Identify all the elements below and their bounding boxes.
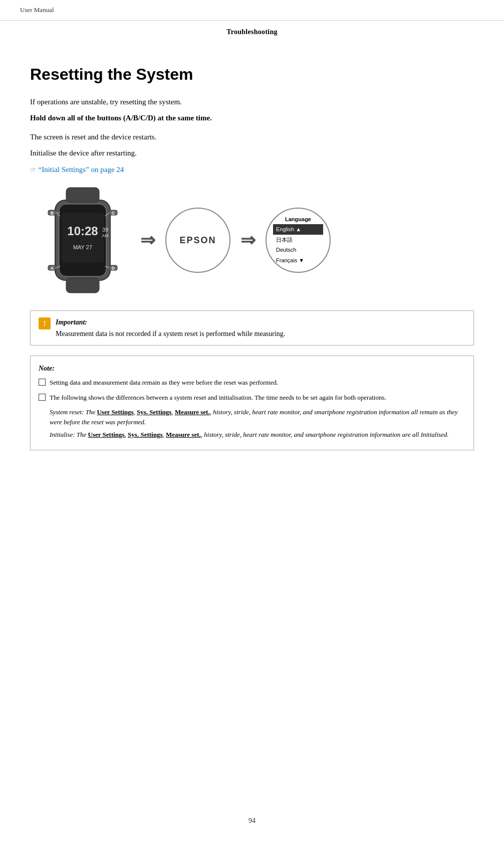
important-icon: ! — [39, 317, 51, 329]
svg-text:A: A — [51, 266, 54, 271]
note-item-2: The following shows the differences betw… — [39, 393, 465, 403]
note-bullet-2 — [39, 394, 46, 401]
watch-diagram: 10:28 39 AM MAY 27 B C A — [30, 185, 130, 295]
intro-text: If operations are unstable, try resettin… — [30, 96, 474, 108]
epson-circle: EPSON — [165, 208, 230, 273]
svg-rect-2 — [62, 213, 104, 263]
note-sub-para-2: Initialise: The User Settings, Sys. Sett… — [50, 430, 465, 440]
language-item-japanese: 日本語 — [273, 235, 323, 245]
header-left: User Manual — [20, 5, 54, 15]
page-footer: 94 — [0, 815, 504, 826]
note-item-1: Setting data and measurement data remain… — [39, 378, 465, 388]
after-reset-1: The screen is reset and the device resta… — [30, 131, 474, 143]
note-item-2-text: The following shows the differences betw… — [50, 393, 465, 403]
language-item-francais: Français ▼ — [273, 255, 323, 266]
sub-bold-sys-settings-1: Sys. Settings — [137, 408, 171, 416]
arrow-2: ⇒ — [240, 227, 256, 254]
watch-svg: 10:28 39 AM MAY 27 B C A — [30, 185, 130, 295]
instruction-text: Hold down all of the buttons (A/B/C/D) a… — [30, 112, 474, 124]
after-reset-2: Initialise the device after restarting. — [30, 147, 474, 159]
language-item-english: English ▲ — [273, 224, 323, 235]
svg-text:C: C — [112, 211, 115, 216]
language-header: Language — [273, 215, 323, 224]
svg-text:D: D — [112, 266, 115, 271]
sub-bold-measure-set-1: Measure set. — [175, 408, 210, 416]
section-title: Resetting the System — [30, 62, 474, 86]
svg-text:10:28: 10:28 — [67, 224, 98, 238]
note-item-1-text: Setting data and measurement data remain… — [50, 378, 465, 388]
important-body: Measurement data is not recorded if a sy… — [56, 328, 285, 339]
language-item-deutsch: Deutsch — [273, 245, 323, 255]
sub-bold-measure-set-2: Measure set. — [166, 431, 201, 438]
svg-rect-8 — [66, 278, 99, 293]
page-header: User Manual — [0, 0, 504, 21]
svg-rect-7 — [66, 188, 99, 203]
important-label: Important: — [56, 317, 285, 327]
sub-bold-sys-settings-2: Sys. Settings — [128, 431, 162, 438]
sub-bold-user-settings-2: User Settings — [88, 431, 125, 438]
arrow-1: ⇒ — [140, 227, 155, 254]
note-label: Note: — [39, 363, 465, 374]
diagram-area: 10:28 39 AM MAY 27 B C A — [30, 185, 474, 295]
note-sub-para-1: System reset: The User Settings, Sys. Se… — [50, 407, 465, 427]
page-content: Resetting the System If operations are u… — [0, 37, 504, 490]
svg-text:B: B — [51, 211, 54, 216]
important-box: ! Important: Measurement data is not rec… — [30, 310, 474, 346]
language-inner: Language English ▲ 日本語 Deutsch Français … — [273, 213, 323, 268]
language-box: Language English ▲ 日本語 Deutsch Français … — [266, 208, 331, 273]
center-title: Troubleshooting — [0, 27, 504, 37]
sub-para-2-prefix: Initialise: The — [50, 431, 88, 438]
svg-text:39: 39 — [102, 227, 108, 233]
link-ref[interactable]: “Initial Settings” on page 24 — [30, 164, 474, 176]
important-text: Important: Measurement data is not recor… — [56, 317, 285, 339]
note-box: Note: Setting data and measurement data … — [30, 356, 474, 450]
note-bullet-1 — [39, 379, 46, 386]
page-number: 94 — [248, 817, 256, 824]
svg-text:AM: AM — [102, 233, 109, 238]
svg-text:MAY 27: MAY 27 — [73, 244, 92, 250]
sub-bold-user-settings-1: User Settings — [97, 408, 133, 416]
sub-para-1-prefix: System reset: The — [50, 408, 97, 416]
